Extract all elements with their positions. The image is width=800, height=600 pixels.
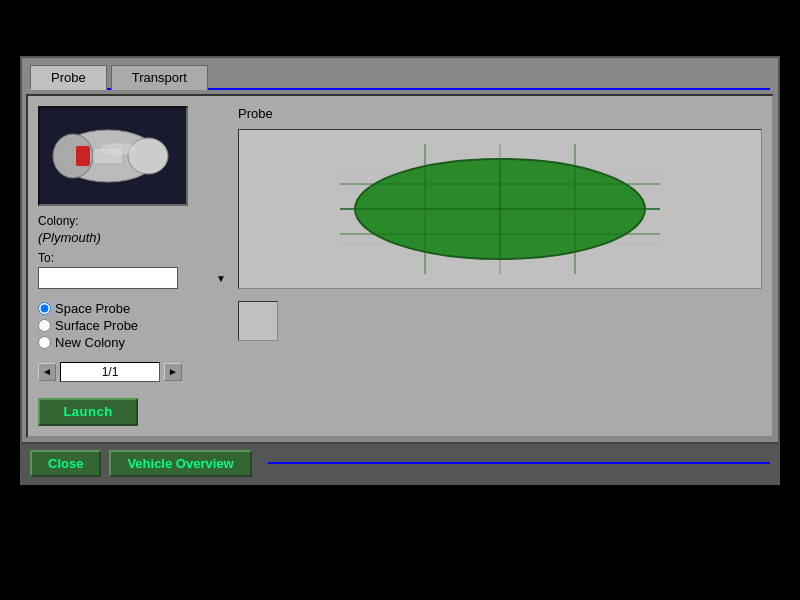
- vehicle-overview-button[interactable]: Vehicle Overview: [109, 450, 251, 477]
- right-panel: Probe: [238, 106, 762, 426]
- colony-label: Colony:: [38, 214, 228, 228]
- bottom-right-line: [268, 462, 770, 464]
- close-button[interactable]: Close: [30, 450, 101, 477]
- color-indicator: [238, 301, 278, 341]
- tab-probe[interactable]: Probe: [30, 65, 107, 90]
- dropdown-arrow-icon: ▼: [216, 272, 226, 283]
- probe-section-label: Probe: [238, 106, 762, 121]
- left-panel: Colony: (Plymouth) To: ▼ Space Probe: [38, 106, 228, 426]
- destination-select[interactable]: [38, 267, 178, 289]
- colony-value: (Plymouth): [38, 230, 228, 245]
- launch-button[interactable]: Launch: [38, 398, 138, 426]
- probe-diagram-svg: [330, 134, 670, 284]
- content-area: Colony: (Plymouth) To: ▼ Space Probe: [26, 94, 774, 438]
- radio-space-probe-input[interactable]: [38, 302, 51, 315]
- svg-rect-3: [76, 146, 90, 166]
- radio-new-colony[interactable]: New Colony: [38, 335, 228, 350]
- bottom-bar: Close Vehicle Overview: [22, 442, 778, 483]
- select-wrapper[interactable]: ▼: [38, 267, 228, 289]
- svg-point-5: [100, 143, 136, 155]
- nav-prev-button[interactable]: ◄: [38, 363, 56, 381]
- radio-space-probe[interactable]: Space Probe: [38, 301, 228, 316]
- probe-image: [38, 106, 188, 206]
- radio-new-colony-input[interactable]: [38, 336, 51, 349]
- nav-next-button[interactable]: ►: [164, 363, 182, 381]
- probe-svg: [48, 116, 178, 196]
- nav-input[interactable]: [60, 362, 160, 382]
- radio-group: Space Probe Surface Probe New Colony: [38, 301, 228, 350]
- colony-section: Colony: (Plymouth) To: ▼: [38, 214, 228, 289]
- svg-point-1: [128, 138, 168, 174]
- nav-row: ◄ ►: [38, 362, 228, 382]
- tab-bar: Probe Transport: [22, 58, 778, 89]
- radio-surface-probe-label[interactable]: Surface Probe: [55, 318, 138, 333]
- radio-new-colony-label[interactable]: New Colony: [55, 335, 125, 350]
- main-window: Probe Transport: [20, 56, 780, 485]
- to-label: To:: [38, 251, 228, 265]
- radio-surface-probe-input[interactable]: [38, 319, 51, 332]
- tab-transport[interactable]: Transport: [111, 65, 208, 90]
- probe-diagram: [238, 129, 762, 289]
- radio-surface-probe[interactable]: Surface Probe: [38, 318, 228, 333]
- radio-space-probe-label[interactable]: Space Probe: [55, 301, 130, 316]
